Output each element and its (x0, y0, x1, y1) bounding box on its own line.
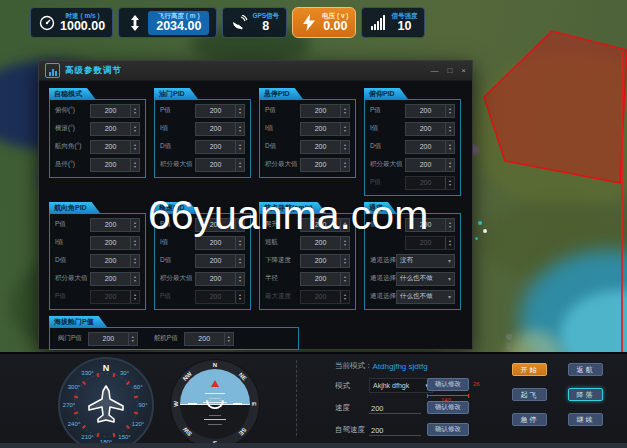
number-input[interactable]: 200▴▾ (300, 104, 350, 118)
spinner-arrows-icon[interactable]: ▴▾ (130, 159, 139, 171)
number-input[interactable]: 200▴▾ (90, 122, 140, 136)
measure-annotation-height: 26 (473, 381, 480, 387)
number-input[interactable]: 200▴▾ (405, 140, 455, 154)
number-input[interactable]: 200▴▾ (300, 158, 350, 172)
number-input[interactable]: 200▴▾ (195, 254, 245, 268)
spinner-arrows-icon[interactable]: ▴▾ (235, 141, 244, 153)
param-label: 通道选择 (370, 256, 396, 265)
spinner-arrows-icon[interactable]: ▴▾ (224, 333, 233, 345)
dropdown-select[interactable]: 没有▾ (396, 254, 455, 268)
autospeed-input[interactable]: 200 (369, 423, 421, 436)
number-input[interactable]: 200▴▾ (88, 332, 138, 346)
confirm-mode-button[interactable]: 确认修改 (427, 378, 469, 391)
number-input[interactable]: 200▴▾ (405, 158, 455, 172)
number-input[interactable]: 200▴▾ (300, 272, 350, 286)
number-input[interactable]: 200▴▾ (300, 122, 350, 136)
number-input[interactable]: 200▴▾ (195, 122, 245, 136)
speed-value: 1000.00 (60, 20, 105, 33)
number-input[interactable]: 200▴▾ (90, 254, 140, 268)
close-button[interactable]: × (461, 66, 466, 75)
param-label: I值 (160, 238, 168, 247)
land-button[interactable]: 降落 (568, 388, 603, 401)
continue-button[interactable]: 继续 (568, 413, 603, 426)
spinner-arrows-icon[interactable]: ▴▾ (445, 105, 454, 117)
number-input[interactable]: 200▴▾ (195, 104, 245, 118)
takeoff-button[interactable]: 起飞 (512, 388, 547, 401)
spinner-arrows-icon[interactable]: ▴▾ (340, 273, 349, 285)
dropdown-select[interactable]: 什么也不做▾ (396, 290, 455, 304)
spinner-arrows-icon[interactable]: ▴▾ (445, 219, 454, 231)
param-row: 下降速度200▴▾ (265, 255, 350, 266)
current-mode-label: 当前模式： (335, 361, 373, 371)
number-input[interactable]: 200▴▾ (300, 254, 350, 268)
param-label: 舵机P值 (154, 334, 178, 343)
spinner-arrows-icon[interactable]: ▴▾ (130, 255, 139, 267)
start-button[interactable]: 开始 (512, 363, 547, 376)
spinner-arrows-icon[interactable]: ▴▾ (130, 105, 139, 117)
number-input[interactable]: 200▴▾ (90, 158, 140, 172)
number-value: 200 (301, 123, 340, 135)
number-value: 200 (91, 291, 130, 303)
speed-input[interactable]: 200 (369, 401, 421, 414)
spinner-arrows-icon[interactable]: ▴▾ (235, 255, 244, 267)
spinner-arrows-icon[interactable]: ▴▾ (340, 141, 349, 153)
number-input: 200▴▾ (405, 176, 455, 190)
spinner-arrows-icon[interactable]: ▴▾ (340, 123, 349, 135)
emergency-stop-button[interactable]: 急停 (512, 413, 547, 426)
measure-annotation-line (427, 395, 469, 396)
param-label: 积分最大值 (160, 160, 193, 169)
spinner-arrows-icon: ▴▾ (130, 291, 139, 303)
spinner-arrows-icon[interactable]: ▴▾ (130, 123, 139, 135)
spinner-arrows-icon[interactable]: ▴▾ (445, 123, 454, 135)
spinner-arrows-icon[interactable]: ▴▾ (340, 159, 349, 171)
number-input[interactable]: 200▴▾ (300, 140, 350, 154)
number-input[interactable]: 200▴▾ (184, 332, 234, 346)
param-group: 悬停PIDP值200▴▾I值200▴▾D值200▴▾积分最大值200▴▾ (259, 88, 356, 178)
spinner-arrows-icon[interactable]: ▴▾ (130, 273, 139, 285)
dialog-titlebar[interactable]: 高级参数调节 — □ × (39, 61, 472, 81)
spinner-arrows-icon[interactable]: ▴▾ (128, 333, 137, 345)
spinner-arrows-icon[interactable]: ▴▾ (445, 141, 454, 153)
spinner-arrows-icon[interactable]: ▴▾ (235, 105, 244, 117)
waypoint-dot[interactable] (478, 221, 482, 225)
number-input[interactable]: 200▴▾ (195, 158, 245, 172)
maximize-button[interactable]: □ (447, 66, 452, 75)
mode-select[interactable]: Akjhk dfhgk▾ (369, 378, 433, 393)
spinner-arrows-icon[interactable]: ▴▾ (340, 255, 349, 267)
param-group-title: 航向角PID (49, 202, 101, 214)
action-buttons: 开始 返航 起飞 降落 急停 继续 (512, 363, 603, 426)
confirm-autospeed-button[interactable]: 确认修改 (427, 423, 469, 436)
number-value: 200 (406, 177, 445, 189)
spinner-arrows-icon[interactable]: ▴▾ (445, 159, 454, 171)
spinner-arrows-icon[interactable]: ▴▾ (340, 105, 349, 117)
param-group: 自稳模式俯仰(°)200▴▾横滚(°)200▴▾航向角(°)200▴▾悬停(°)… (49, 88, 146, 178)
param-label: I值 (55, 238, 63, 247)
spinner-arrows-icon[interactable]: ▴▾ (235, 159, 244, 171)
spinner-arrows-icon[interactable]: ▴▾ (130, 237, 139, 249)
return-home-button[interactable]: 返航 (568, 363, 603, 376)
number-input[interactable]: 200▴▾ (90, 272, 140, 286)
number-input: 200▴▾ (90, 290, 140, 304)
param-label: D值 (160, 142, 171, 151)
waypoint-dot[interactable] (475, 237, 478, 240)
number-value: 200 (196, 105, 235, 117)
number-input[interactable]: 200▴▾ (405, 104, 455, 118)
number-input[interactable]: 200▴▾ (405, 122, 455, 136)
spinner-arrows-icon[interactable]: ▴▾ (130, 141, 139, 153)
waypoint-dot[interactable] (483, 229, 487, 233)
number-input[interactable]: 200▴▾ (90, 140, 140, 154)
number-input[interactable]: 200▴▾ (90, 236, 140, 250)
number-input[interactable]: 200▴▾ (90, 218, 140, 232)
number-input[interactable]: 200▴▾ (195, 140, 245, 154)
minimize-button[interactable]: — (430, 66, 438, 75)
number-value: 200 (301, 159, 340, 171)
param-label: 积分最大值 (55, 274, 88, 283)
dropdown-select[interactable]: 什么也不做▾ (396, 272, 455, 286)
number-input[interactable]: 200▴▾ (90, 104, 140, 118)
spinner-arrows-icon[interactable]: ▴▾ (235, 123, 244, 135)
param-group-title: 海拔舱门P值 (49, 316, 108, 328)
number-input[interactable]: 200▴▾ (195, 272, 245, 286)
spinner-arrows-icon[interactable]: ▴▾ (235, 273, 244, 285)
spinner-arrows-icon[interactable]: ▴▾ (130, 219, 139, 231)
confirm-speed-button[interactable]: 确认修改 (427, 401, 469, 414)
